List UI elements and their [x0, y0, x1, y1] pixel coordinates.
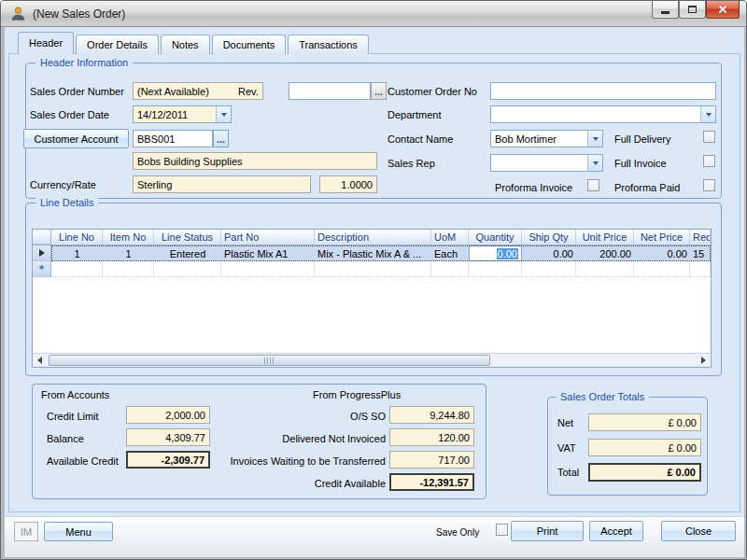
tab-order-details[interactable]: Order Details [76, 35, 159, 54]
row-selector-cell[interactable] [33, 245, 51, 261]
new-cell[interactable] [154, 261, 221, 277]
chevron-down-icon[interactable] [700, 106, 715, 122]
new-cell[interactable] [51, 261, 103, 277]
cell-net-price[interactable]: 0.00 [634, 245, 690, 261]
cell-ship-qty[interactable]: 0.00 [522, 245, 576, 261]
col-uom[interactable]: UoM [431, 230, 469, 245]
tab-header[interactable]: Header [18, 32, 74, 54]
line-details-group: Line Details Line No Item No Line Status… [25, 203, 722, 376]
col-description[interactable]: Description [315, 230, 431, 245]
balance-field: 4,309.77 [126, 428, 210, 446]
cell-item-no[interactable]: 1 [103, 245, 154, 261]
grid-new-row[interactable]: * [33, 261, 711, 277]
tab-documents[interactable]: Documents [212, 35, 287, 54]
tab-transactions[interactable]: Transactions [288, 35, 369, 54]
os-so-field: 9,244.80 [389, 406, 474, 424]
sales-rep-label: Sales Rep [388, 157, 435, 170]
full-invoice-checkbox[interactable] [703, 155, 715, 167]
delivered-not-invoiced-field: 120.00 [389, 428, 474, 446]
col-part-no[interactable]: Part No [221, 230, 315, 245]
scroll-right-button[interactable] [697, 354, 711, 367]
col-ship-qty[interactable]: Ship Qty [522, 230, 576, 245]
customer-account-browse-button[interactable]: ... [213, 130, 229, 147]
total-field: £ 0.00 [588, 463, 701, 482]
customer-account-button[interactable]: Customer Account [23, 129, 129, 148]
new-cell[interactable] [634, 261, 690, 277]
full-invoice-label: Full Invoice [614, 157, 667, 170]
close-dialog-button[interactable]: Close [661, 521, 736, 541]
col-quantity[interactable]: Quantity [469, 230, 522, 245]
col-line-status[interactable]: Line Status [154, 230, 221, 245]
col-unit-price[interactable]: Unit Price [576, 230, 634, 245]
chevron-down-icon[interactable] [587, 131, 602, 147]
accept-button[interactable]: Accept [589, 521, 643, 541]
new-cell[interactable] [690, 261, 711, 277]
cell-line-status[interactable]: Entered [154, 245, 221, 261]
sales-order-window: (New Sales Order) Header Order Details N… [0, 0, 747, 560]
customer-account-input[interactable]: BBS001 [133, 130, 213, 147]
new-cell[interactable] [103, 261, 154, 277]
credit-summary-panel: From Accounts From ProgressPlus Credit L… [32, 384, 486, 499]
rate-field: 1.0000 [319, 175, 377, 193]
full-delivery-checkbox[interactable] [703, 131, 715, 143]
cell-part-no[interactable]: Plastic Mix A1 [221, 245, 315, 261]
chevron-down-icon[interactable] [587, 155, 602, 171]
col-req[interactable]: Req [690, 230, 711, 245]
cell-req[interactable]: 15 [690, 245, 711, 261]
department-label: Department [388, 108, 441, 121]
scrollbar-thumb[interactable] [49, 355, 490, 366]
save-only-label: Save Only [436, 526, 479, 539]
rev-input[interactable] [289, 82, 371, 100]
from-accounts-title: From Accounts [41, 388, 109, 401]
cell-uom[interactable]: Each [431, 245, 469, 261]
grid-row-1-cells[interactable]: 1 1 Entered Plastic Mix A1 Mix - Plastic… [51, 245, 711, 261]
new-row-selector-cell[interactable]: * [33, 261, 51, 277]
new-cell[interactable] [431, 261, 469, 277]
cell-line-no[interactable]: 1 [51, 245, 103, 261]
scroll-left-icon [37, 357, 42, 364]
title-bar[interactable]: (New Sales Order) [1, 1, 746, 27]
proforma-paid-checkbox[interactable] [703, 179, 715, 191]
col-item-no[interactable]: Item No [103, 230, 154, 245]
sales-rep-dropdown[interactable] [490, 154, 603, 172]
new-cell[interactable] [221, 261, 315, 277]
credit-limit-field: 2,000.00 [126, 406, 210, 424]
grid-row-1[interactable]: 1 1 Entered Plastic Mix A1 Mix - Plastic… [33, 245, 711, 261]
sales-order-totals-group: Sales Order Totals Net £ 0.00 VAT £ 0.00… [547, 397, 708, 496]
new-cell[interactable] [522, 261, 576, 277]
sales-order-date-dropdown[interactable]: 14/12/2011 [133, 105, 232, 123]
customer-order-no-input[interactable] [490, 82, 716, 100]
col-line-no[interactable]: Line No [51, 230, 103, 245]
contact-name-value: Bob Mortimer [491, 131, 587, 147]
invoices-waiting-field: 717.00 [389, 451, 474, 469]
col-net-price[interactable]: Net Price [634, 230, 690, 245]
chevron-down-icon[interactable] [216, 106, 231, 122]
cell-unit-price[interactable]: 200.00 [576, 245, 634, 261]
cell-description[interactable]: Mix - Plastic Mix A & ... [315, 245, 431, 261]
sales-order-number-label: Sales Order Number [30, 85, 124, 98]
rev-browse-button[interactable]: ... [371, 82, 387, 100]
department-value [491, 106, 700, 122]
new-cell[interactable] [576, 261, 634, 277]
quantity-selected-text: 0.00 [497, 248, 518, 259]
new-cell[interactable] [469, 261, 522, 277]
menu-button[interactable]: Menu [44, 522, 113, 541]
proforma-invoice-checkbox[interactable] [587, 179, 599, 191]
minimize-button[interactable] [652, 1, 679, 19]
quantity-cell-editor[interactable]: 0.00 [469, 245, 522, 261]
scroll-left-button[interactable] [33, 354, 47, 367]
save-only-checkbox[interactable] [496, 524, 508, 536]
person-icon [10, 6, 26, 21]
maximize-button[interactable] [679, 1, 706, 19]
scroll-right-icon [701, 357, 706, 364]
contact-name-dropdown[interactable]: Bob Mortimer [490, 130, 603, 147]
tab-notes[interactable]: Notes [161, 35, 210, 54]
minimize-icon [661, 11, 669, 14]
print-button[interactable]: Print [511, 521, 584, 541]
scrollbar-track[interactable] [47, 354, 697, 367]
department-dropdown[interactable] [490, 105, 716, 123]
horizontal-scrollbar[interactable] [33, 353, 711, 367]
new-cell[interactable] [315, 261, 431, 277]
close-button[interactable] [706, 1, 740, 19]
total-label: Total [557, 466, 579, 479]
